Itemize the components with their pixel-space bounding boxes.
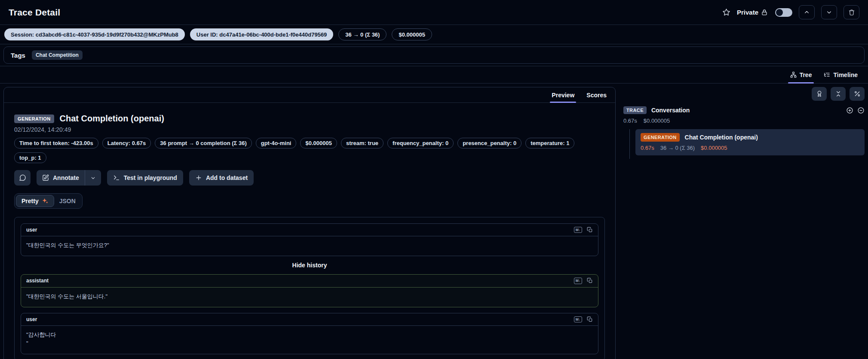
message-role: user — [26, 227, 37, 233]
observation-node-title: Chat Completion (openai) — [685, 134, 758, 141]
edit-icon — [42, 174, 49, 181]
metrics-toggle-button[interactable] — [850, 87, 865, 101]
message-header: assistant M↓ — [21, 275, 598, 287]
generation-header: GENERATION Chat Completion (openai) — [14, 114, 605, 124]
privacy-label: Private — [737, 9, 758, 16]
markdown-icon[interactable]: M↓ — [574, 227, 582, 233]
observation-cost: $0.000005 — [701, 145, 727, 151]
collapse-icon — [835, 90, 842, 97]
message-content: "대한민국의 수도는 서울입니다." — [21, 288, 598, 307]
generation-type-badge: GENERATION — [14, 115, 54, 123]
trace-type-badge: TRACE — [623, 106, 647, 114]
comment-button[interactable] — [14, 170, 31, 186]
format-pretty-button[interactable]: Pretty — [16, 195, 54, 207]
message-role: user — [26, 316, 37, 322]
copy-icon[interactable] — [587, 227, 593, 233]
prev-trace-button[interactable] — [799, 5, 815, 19]
meta-row: Session: cd3abcd6-c81c-4037-935d-19d9f27… — [0, 25, 868, 44]
trace-latency: 0.67s — [623, 118, 637, 124]
action-buttons: Annotate Test in playground — [14, 170, 605, 186]
message-content: "대한민국의 수도는 무엇인가요?" — [21, 236, 598, 256]
panel-tabs: Preview Scores — [4, 87, 615, 103]
next-trace-button[interactable] — [821, 5, 837, 19]
chevron-down-icon — [826, 9, 832, 15]
tags-label: Tags — [11, 52, 25, 59]
expand-all-icon[interactable] — [846, 107, 853, 114]
metric-badge-stream: stream: true — [341, 138, 383, 149]
copy-icon[interactable] — [587, 278, 593, 284]
format-pretty-label: Pretty — [21, 198, 39, 204]
top-bar-actions: Private — [722, 5, 859, 19]
message-role: assistant — [26, 278, 49, 284]
tag-chip[interactable]: Chat Competition — [32, 50, 83, 60]
tab-tree[interactable]: Tree — [790, 66, 812, 83]
observation-node-stats: 0.67s 36 → 0 (Σ 36) $0.000005 — [641, 145, 859, 151]
metric-badge-temperature: temperature: 1 — [525, 138, 574, 149]
sidebar-toolbar — [623, 87, 865, 101]
metric-badges: Time to first token: -423.00s Latency: 0… — [14, 138, 605, 163]
tab-scores[interactable]: Scores — [586, 87, 607, 102]
content-area: Preview Scores GENERATION Chat Completio… — [0, 84, 868, 359]
hide-history-button[interactable]: Hide history — [21, 262, 598, 269]
markdown-icon[interactable]: M↓ — [574, 278, 582, 284]
metric-badge-model[interactable]: gpt-4o-mini — [256, 138, 297, 149]
trace-tree-sidebar: TRACE Conversation 0.67s $0.000005 GENER… — [623, 87, 865, 359]
metric-badge-top-p: top_p: 1 — [14, 152, 46, 163]
annotate-dropdown-button[interactable] — [85, 170, 101, 186]
trace-stats: 0.67s $0.000005 — [623, 118, 865, 124]
add-to-dataset-button[interactable]: Add to dataset — [189, 170, 254, 186]
test-in-playground-label: Test in playground — [124, 174, 177, 181]
panel-body: GENERATION Chat Completion (openai) 02/1… — [4, 103, 615, 359]
trash-icon — [848, 9, 855, 16]
collapse-tree-button[interactable] — [831, 87, 846, 101]
trace-root-row[interactable]: TRACE Conversation — [623, 106, 865, 114]
metric-badge-presence-penalty: presence_penalty: 0 — [457, 138, 521, 149]
observation-node-header: GENERATION Chat Completion (openai) — [641, 133, 859, 142]
generation-title: Chat Completion (openai) — [60, 114, 164, 124]
observation-node-selected[interactable]: GENERATION Chat Completion (openai) 0.67… — [635, 129, 865, 155]
message-header: user M↓ — [21, 313, 598, 326]
message-header: user M↓ — [21, 224, 598, 236]
delete-trace-button[interactable] — [843, 5, 859, 19]
page-title: Trace Detail — [9, 7, 60, 18]
observation-branch: GENERATION Chat Completion (openai) 0.67… — [629, 129, 865, 159]
message-content: "감사합니다 " — [21, 326, 598, 354]
tab-timeline[interactable]: Timeline — [824, 66, 858, 83]
chevron-up-icon — [804, 9, 810, 15]
comment-icon — [19, 174, 26, 182]
annotate-split-button: Annotate — [37, 170, 101, 186]
test-in-playground-button[interactable]: Test in playground — [107, 170, 183, 186]
trace-title: Conversation — [651, 107, 690, 114]
percent-icon — [854, 90, 861, 97]
metric-badge-frequency-penalty: frequency_penalty: 0 — [387, 138, 454, 149]
plus-icon — [195, 174, 202, 181]
sparkles-icon — [42, 198, 49, 204]
message-assistant: assistant M↓ "대한민국의 수도는 서울입니다." — [21, 274, 598, 307]
award-icon — [816, 90, 823, 97]
tab-preview[interactable]: Preview — [552, 87, 574, 102]
annotate-button-label: Annotate — [53, 174, 79, 181]
message-header-icons: M↓ — [574, 316, 593, 322]
star-icon[interactable] — [722, 8, 730, 16]
public-toggle[interactable] — [775, 8, 792, 17]
format-json-button[interactable]: JSON — [54, 195, 81, 207]
markdown-icon[interactable]: M↓ — [574, 316, 582, 322]
lock-icon — [761, 9, 768, 16]
add-to-dataset-label: Add to dataset — [206, 174, 248, 181]
annotate-button[interactable]: Annotate — [37, 170, 85, 186]
message-user-2: user M↓ "감사합니다 " — [21, 313, 598, 354]
observation-latency: 0.67s — [641, 145, 654, 151]
tags-box: Tags Chat Competition — [3, 46, 865, 64]
messages-container: user M↓ "대한민국의 수도는 무엇인가요?" Hide history … — [14, 217, 605, 359]
copy-icon[interactable] — [587, 316, 593, 322]
toggle-knob — [776, 9, 783, 16]
metric-badge-ttft: Time to first token: -423.00s — [14, 138, 98, 149]
message-user-1: user M↓ "대한민국의 수도는 무엇인가요?" — [21, 223, 598, 256]
message-header-icons: M↓ — [574, 227, 593, 233]
session-badge[interactable]: Session: cd3abcd6-c81c-4037-935d-19d9f27… — [4, 28, 185, 40]
generation-timestamp: 02/12/2024, 14:20:49 — [14, 126, 605, 133]
user-id-badge[interactable]: User ID: dc47a41e-06bc-400d-bde1-f0e440d… — [190, 28, 334, 40]
scores-toggle-button[interactable] — [812, 87, 827, 101]
observation-tokens: 36 → 0 (Σ 36) — [660, 145, 695, 151]
collapse-all-icon[interactable] — [857, 107, 865, 114]
